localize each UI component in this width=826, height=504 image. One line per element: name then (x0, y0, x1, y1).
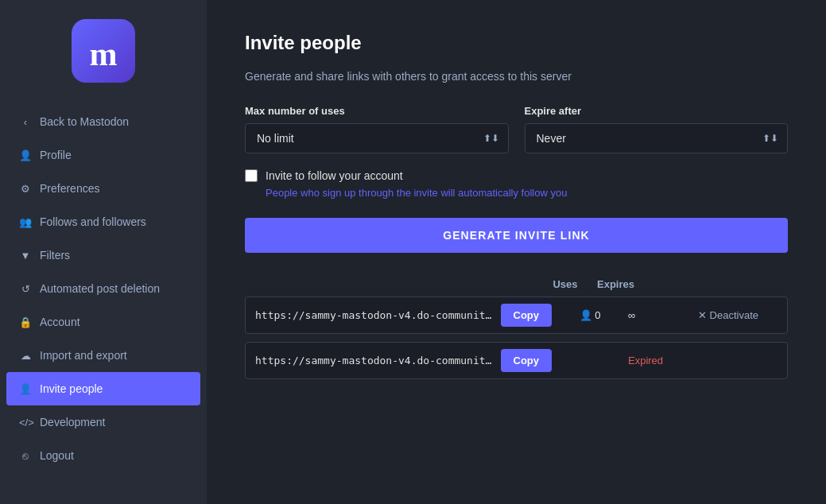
form-row: Max number of uses No limit1 use5 uses10… (245, 105, 788, 153)
sidebar-item-import-and-export: ☁Import and export (0, 339, 207, 372)
max-uses-group: Max number of uses No limit1 use5 uses10… (245, 105, 509, 153)
sidebar-label-development: Development (40, 416, 106, 428)
sidebar-item-development: </>Development (0, 405, 207, 439)
header-actions (692, 278, 788, 290)
nav-link-follows-and-followers[interactable]: 👥Follows and followers (0, 205, 207, 238)
sidebar-label-preferences: Preferences (40, 182, 99, 195)
nav-link-automated-post-deletion[interactable]: ↺Automated post deletion (0, 272, 207, 305)
main-content: Invite people Generate and share links w… (207, 0, 826, 504)
max-uses-select[interactable]: No limit1 use5 uses10 uses25 uses (245, 123, 509, 153)
sidebar-nav: ‹Back to Mastodon👤Profile⚙Preferences👥Fo… (0, 105, 207, 472)
nav-link-account[interactable]: 🔒Account (0, 305, 207, 339)
max-uses-label: Max number of uses (245, 105, 509, 117)
expire-after-group: Expire after Never30 minutes1 hour6 hour… (525, 105, 789, 153)
logout-icon: ⎋ (19, 450, 32, 462)
sidebar-item-filters: ▼Filters (0, 238, 207, 272)
sidebar-label-logout: Logout (40, 449, 74, 462)
invite-expires-0: ∞ (628, 309, 692, 321)
nav-link-logout[interactable]: ⎋Logout (0, 439, 207, 472)
sidebar-label-account: Account (40, 316, 80, 328)
table-row: https://sammy-mastodon-v4.do-community.c… (245, 297, 788, 334)
invite-follow-label[interactable]: Invite to follow your account (245, 169, 788, 182)
nav-link-development[interactable]: </>Development (0, 405, 207, 439)
copy-button-0[interactable]: Copy (501, 304, 553, 327)
copy-button-1[interactable]: Copy (501, 349, 553, 372)
back-to-mastodon-icon: ‹ (19, 116, 32, 128)
invite-url-1: https://sammy-mastodon-v4.do-community.c… (255, 355, 494, 366)
invites-table: Uses Expires https://sammy-mastodon-v4.d… (245, 278, 788, 379)
sidebar-item-profile: 👤Profile (0, 138, 207, 172)
page-title: Invite people (245, 32, 788, 54)
sidebar: m ‹Back to Mastodon👤Profile⚙Preferences👥… (0, 0, 207, 504)
sidebar-item-back-to-mastodon: ‹Back to Mastodon (0, 105, 207, 138)
mastodon-logo: m (72, 19, 135, 83)
nav-link-preferences[interactable]: ⚙Preferences (0, 172, 207, 205)
automated-post-deletion-icon: ↺ (19, 283, 32, 295)
sidebar-item-logout: ⎋Logout (0, 439, 207, 472)
header-uses: Uses (533, 278, 597, 290)
preferences-icon: ⚙ (19, 183, 32, 195)
filters-icon: ▼ (19, 250, 32, 262)
nav-link-invite-people[interactable]: 👤Invite people (6, 372, 200, 405)
max-uses-select-wrapper: No limit1 use5 uses10 uses25 uses ⬆⬇ (245, 123, 509, 153)
header-expires: Expires (597, 278, 692, 290)
sidebar-item-follows-and-followers: 👥Follows and followers (0, 205, 207, 238)
invite-url-0: https://sammy-mastodon-v4.do-community.c… (255, 309, 494, 321)
nav-link-import-and-export[interactable]: ☁Import and export (0, 339, 207, 372)
nav-link-filters[interactable]: ▼Filters (0, 238, 207, 272)
nav-link-back-to-mastodon[interactable]: ‹Back to Mastodon (0, 105, 207, 138)
sidebar-label-automated-post-deletion: Automated post deletion (40, 282, 160, 295)
logo-letter: m (90, 37, 118, 71)
import-and-export-icon: ☁ (19, 350, 32, 362)
generate-invite-button[interactable]: GENERATE INVITE LINK (245, 218, 788, 253)
sidebar-item-automated-post-deletion: ↺Automated post deletion (0, 272, 207, 305)
table-header: Uses Expires (245, 278, 788, 297)
sidebar-label-invite-people: Invite people (40, 382, 103, 395)
nav-link-profile[interactable]: 👤Profile (0, 138, 207, 172)
deactivate-button-0[interactable]: ✕ Deactivate (698, 309, 758, 321)
account-icon: 🔒 (19, 316, 32, 328)
invite-follow-checkbox[interactable] (245, 169, 258, 182)
table-row: https://sammy-mastodon-v4.do-community.c… (245, 342, 788, 379)
follows-and-followers-icon: 👥 (19, 216, 32, 228)
development-icon: </> (19, 417, 32, 428)
sidebar-label-profile: Profile (40, 149, 72, 161)
invite-uses-0: 👤 0 (558, 309, 622, 321)
sidebar-label-back-to-mastodon: Back to Mastodon (40, 115, 129, 128)
expire-after-select[interactable]: Never30 minutes1 hour6 hours1 day1 week1… (525, 123, 789, 153)
invite-expires-1: Expired (628, 355, 692, 366)
invite-follow-text: Invite to follow your account (266, 169, 403, 182)
sidebar-label-import-and-export: Import and export (40, 349, 127, 362)
profile-icon: 👤 (19, 149, 32, 161)
invite-rows-container: https://sammy-mastodon-v4.do-community.c… (245, 297, 788, 379)
expire-after-label: Expire after (525, 105, 789, 117)
invite-follow-row: Invite to follow your account People who… (245, 169, 788, 199)
invite-follow-hint: People who sign up through the invite wi… (266, 187, 788, 199)
sidebar-item-account: 🔒Account (0, 305, 207, 339)
invite-actions-0: ✕ Deactivate (698, 309, 778, 321)
invite-people-icon: 👤 (19, 383, 32, 395)
sidebar-item-preferences: ⚙Preferences (0, 172, 207, 205)
expire-after-select-wrapper: Never30 minutes1 hour6 hours1 day1 week1… (525, 123, 789, 153)
page-description: Generate and share links with others to … (245, 70, 788, 83)
sidebar-label-follows-and-followers: Follows and followers (40, 215, 146, 228)
sidebar-label-filters: Filters (40, 249, 70, 262)
sidebar-item-invite-people: 👤Invite people (0, 372, 207, 405)
